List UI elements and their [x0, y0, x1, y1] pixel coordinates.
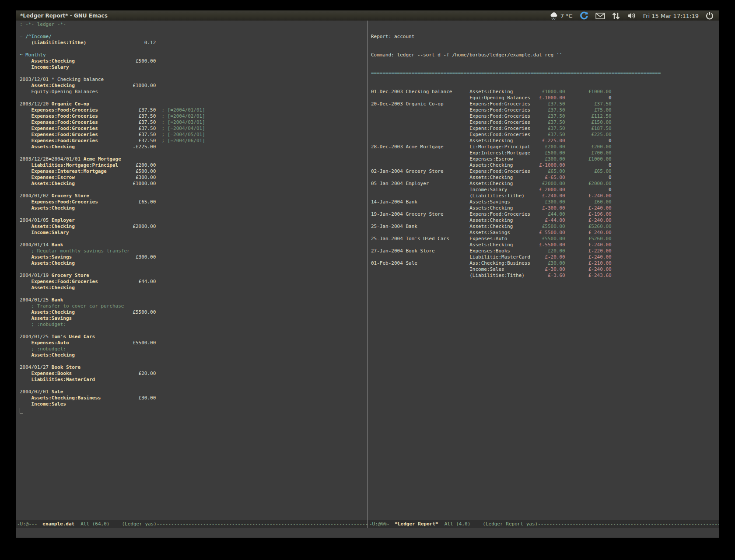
buffer-line: Expenses:Food:Groceries £37.50 ; [=2004/… — [20, 138, 368, 144]
buffer-line: Expenses:Interest:Mortgage £500.00 — [20, 168, 368, 175]
register-rows: 01-Dec-2003 Checking balanceAssets:Check… — [371, 89, 719, 279]
buffer-line: Assets:Checking — [20, 260, 368, 266]
register-row: Assets:Checking£-5500.00£-240.00 — [371, 242, 719, 248]
weather-indicator[interactable]: 7 °C — [550, 12, 573, 20]
buffer-line: 2004/01/27 Book Store — [20, 364, 368, 371]
buffer-line: 2003/12/28=2004/01/01 Acme Mortgage — [20, 156, 368, 162]
buffer-line: 2004/01/19 Grocery Store — [20, 273, 368, 279]
buffer-line: Expenses:Food:Groceries £37.50 ; [=2004/… — [20, 113, 368, 119]
modeline-dashes: ----------------------------------------… — [538, 521, 719, 527]
modeline-flags: -U:@%%- — [369, 521, 389, 527]
buffer-line: Assets:Checking £2000.00 — [20, 224, 368, 230]
buffer-line: Assets:Checking -£1000.00 — [20, 181, 368, 187]
register-row: 20-Dec-2003 Organic Co-opExpens:Food:Gro… — [371, 101, 719, 107]
register-row: Assets:Checking£-225.000 — [371, 138, 719, 144]
buffer-line: Expenses:Food:Groceries £37.50 ; [=2004/… — [20, 126, 368, 132]
register-row: 01-Dec-2003 Checking balanceAssets:Check… — [371, 89, 719, 95]
power-icon[interactable] — [705, 11, 714, 20]
buffer-line — [20, 46, 368, 52]
register-row: Assets:Savings£-5500.00£-240.00 — [371, 230, 719, 236]
report-separator: ========================================… — [371, 70, 719, 77]
buffer-line: 2004/01/25 Tom's Used Cars — [20, 334, 368, 340]
modeline-mode: (Ledger yas) — [122, 521, 156, 527]
buffer-line: = /^Income/ — [20, 34, 368, 40]
register-row: Expens:Food:Groceries£37.50£75.00 — [371, 107, 719, 113]
buffer-line: ~ Monthly — [20, 52, 368, 58]
register-row: Expens:Food:Groceries£37.50£150.00 — [371, 119, 719, 126]
register-row: Expens:Food:Groceries£37.50£187.50 — [371, 126, 719, 132]
buffer-line: ; Transfer to cover car purchase — [20, 303, 368, 309]
desktop: *Ledger Report* - GNU Emacs 7 °C — [0, 0, 735, 560]
buffer-line: Expenses:Food:Groceries £65.00 — [20, 199, 368, 205]
source-window[interactable]: ; -*- ledger -*-= /^Income/ (Liabilities… — [16, 21, 368, 528]
buffer-line: Assets:Checking -£225.00 — [20, 144, 368, 150]
titlebar-panel: *Ledger Report* - GNU Emacs 7 °C — [16, 10, 719, 21]
buffer-line — [20, 291, 368, 297]
clock-label[interactable]: Fri 15 Mar 17:11:19 — [643, 13, 699, 19]
register-row: 02-Jan-2004 Grocery StoreExpens:Food:Gro… — [371, 168, 719, 175]
emacs-frame: ; -*- ledger -*-= /^Income/ (Liabilities… — [16, 21, 719, 538]
buffer-line: ; :nobudget: — [20, 346, 368, 352]
volume-icon[interactable] — [627, 12, 637, 20]
buffer-line: Assets:Checking £500.00 — [20, 58, 368, 64]
buffer-line: 2004/01/02 Grocery Store — [20, 193, 368, 199]
buffer-line: ; Regular monthly savings transfer — [20, 248, 368, 254]
modeline-position: All (64,0) — [80, 521, 109, 527]
register-row: Assets:Checking£-1000.000 — [371, 162, 719, 168]
modeline-buffer-name: example.dat — [42, 521, 74, 527]
weather-icon — [550, 12, 559, 20]
buffer-line: 2004/01/05 Employer — [20, 217, 368, 224]
refresh-icon[interactable] — [579, 11, 589, 21]
network-arrows-icon[interactable] — [612, 12, 620, 20]
buffer-line — [20, 95, 368, 101]
buffer-line: Liabilities:Mortgage:Principal £200.00 — [20, 162, 368, 168]
register-row: Assets:Checking£-300.00£-240.00 — [371, 205, 719, 211]
buffer-line — [20, 358, 368, 364]
register-row: Assets:Checking£-44.00£-240.00 — [371, 217, 719, 224]
register-row: 01-Feb-2004 SaleAss:Checking:Business£30… — [371, 260, 719, 266]
modeline-right[interactable]: -U:@%%-*Ledger Report*All (4,0)(Ledger R… — [368, 520, 719, 528]
report-buffer-text[interactable]: Report: account Command: ledger --sort d… — [368, 21, 719, 520]
text-cursor — [20, 408, 23, 413]
register-row: (Liabilities:Tithe)£-240.00£-240.00 — [371, 193, 719, 199]
buffer-line: (Liabilities:Tithe) 0.12 — [20, 40, 368, 46]
modeline-dashes: ----------------------------------------… — [157, 521, 368, 527]
buffer-line: 2003/12/20 Organic Co-op — [20, 101, 368, 107]
buffer-line: Assets:Checking — [20, 352, 368, 358]
report-window[interactable]: Report: account Command: ledger --sort d… — [368, 21, 719, 528]
register-row: Assets:Checking£-65.000 — [371, 175, 719, 181]
buffer-line — [20, 383, 368, 389]
register-row: (Liabilities:Tithe)£-3.60£-243.60 — [371, 273, 719, 279]
buffer-line — [20, 328, 368, 334]
buffer-line — [20, 187, 368, 193]
modeline-left[interactable]: -U:@---example.datAll (64,0)(Ledger yas)… — [16, 520, 368, 528]
buffer-line: Income:Salary — [20, 64, 368, 70]
buffer-line: ; :nobudget: — [20, 322, 368, 328]
echo-area[interactable] — [16, 528, 719, 538]
system-tray: 7 °C Fri 15 Mar 17:11:19 — [550, 11, 719, 21]
buffer-line — [20, 407, 368, 413]
buffer-line: Expenses:Auto £5500.00 — [20, 340, 368, 346]
register-row: 19-Jan-2004 Grocery StoreExpens:Food:Gro… — [371, 211, 719, 217]
buffer-line: Assets:Checking — [20, 205, 368, 211]
register-row: 25-Jan-2004 Tom's Used CarsExpenses:Auto… — [371, 236, 719, 242]
mail-icon[interactable] — [595, 12, 605, 20]
temperature-label: 7 °C — [560, 13, 573, 19]
buffer-line — [20, 150, 368, 156]
modeline-mode: (Ledger Report yas) — [483, 521, 538, 527]
window-title: *Ledger Report* - GNU Emacs — [16, 13, 550, 19]
buffer-line — [20, 70, 368, 77]
register-row: Expens:Food:Groceries£37.50£112.50 — [371, 113, 719, 119]
register-row: Expenses:Escrow£300.00£1000.00 — [371, 156, 719, 162]
buffer-line: Assets:Savings — [20, 315, 368, 322]
report-header-line: Report: account — [371, 34, 719, 40]
buffer-line: Expenses:Food:Groceries £37.50 ; [=2004/… — [20, 107, 368, 113]
source-buffer-text[interactable]: ; -*- ledger -*-= /^Income/ (Liabilities… — [16, 21, 368, 520]
modeline-position: All (4,0) — [444, 521, 471, 527]
buffer-line: 2004/01/25 Bank — [20, 297, 368, 303]
modeline-buffer-name: *Ledger Report* — [395, 521, 438, 527]
buffer-line: Assets:Checking £5500.00 — [20, 309, 368, 315]
buffer-line — [20, 266, 368, 273]
register-row: 14-Jan-2004 BankAssets:Savings£300.00£60… — [371, 199, 719, 205]
register-row: Income:Sales£-30.00£-240.00 — [371, 266, 719, 273]
